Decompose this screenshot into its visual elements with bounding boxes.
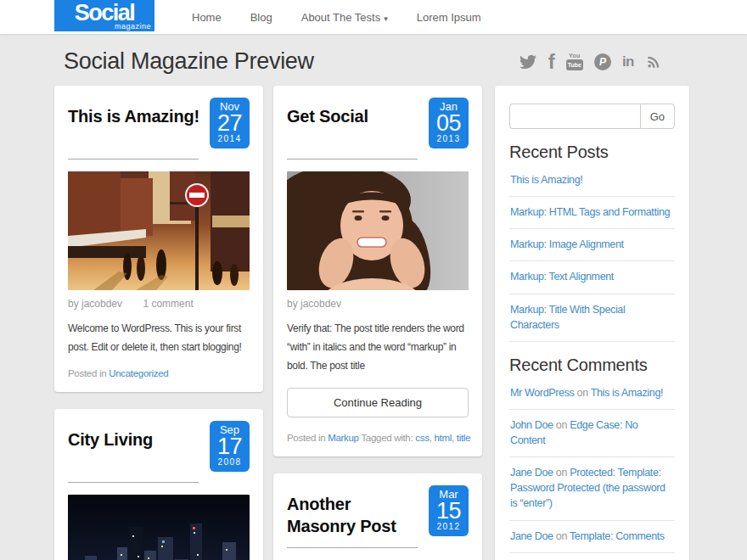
nav-menu: Home Blog About The Tests▾ Lorem Ipsum	[177, 11, 496, 24]
chevron-down-icon: ▾	[384, 14, 388, 23]
recent-comment: Jane Doe on Protected: Template: Passwor…	[509, 457, 675, 520]
title-divider	[68, 159, 199, 160]
comment-post-link[interactable]: Template: Comments	[570, 530, 665, 542]
post-byline: by jacobdev	[287, 298, 469, 310]
post-date-badge: Mar 15 2012	[429, 485, 469, 536]
search-input[interactable]	[509, 104, 640, 129]
linkedin-icon[interactable]: in	[622, 53, 634, 70]
recent-post-link[interactable]: Markup: Image Alignment	[509, 229, 675, 261]
post-date-badge: Jan 05 2013	[429, 98, 469, 148]
post-thumbnail-portrait[interactable]	[287, 171, 469, 290]
post-meta: Posted in Markup Tagged with: csshtmltit…	[287, 433, 469, 443]
recent-comments-list: Mr WordPress on This is Amazing! John Do…	[509, 378, 675, 560]
post-title[interactable]: This is Amazing!	[68, 105, 203, 127]
post-thumbnail-street[interactable]	[68, 171, 250, 290]
content-area: This is Amazing! Nov 27 2014	[0, 86, 747, 560]
post-thumbnail-city[interactable]	[68, 495, 250, 560]
recent-comment: John Doe on Edge Case: No Content	[509, 410, 675, 457]
tag-link[interactable]: html	[430, 433, 452, 443]
post-excerpt: Welcome to WordPress. This is your first…	[68, 319, 250, 356]
nav-item[interactable]: About The Tests▾	[287, 11, 402, 24]
recent-post-link[interactable]: Markup: Title With Special Characters	[509, 294, 675, 342]
rss-icon[interactable]	[645, 53, 662, 70]
post-author: by jacobdev	[287, 298, 341, 310]
pinterest-icon[interactable]: P	[594, 53, 611, 70]
post-card: This is Amazing! Nov 27 2014	[54, 86, 263, 392]
facebook-icon[interactable]: f	[548, 53, 555, 70]
category-link[interactable]: Uncategorized	[109, 368, 168, 378]
post-title[interactable]: Another Masonry Post	[287, 493, 422, 537]
sidebar: Go Recent Posts This is Amazing!Markup: …	[495, 86, 689, 560]
youtube-icon[interactable]: You Tube	[566, 53, 583, 70]
nav-item[interactable]: Home	[177, 11, 236, 24]
post-byline: by jacobdev 1 comment	[68, 298, 250, 310]
masonry-column-2: Get Social Jan 05 2013	[273, 86, 482, 560]
post-date-badge: Nov 27 2014	[210, 98, 250, 148]
post-date-badge: Sep 17 2008	[210, 421, 250, 472]
tag-link[interactable]: title	[452, 433, 470, 443]
site-logo[interactable]: Social magazine	[54, 0, 154, 31]
page-header: Social Magazine Preview f You Tube P in	[0, 34, 747, 86]
social-icons: f You Tube P in	[519, 53, 662, 70]
nav-item[interactable]: Lorem Ipsum	[402, 11, 496, 24]
post-author: by jacobdev	[68, 298, 122, 310]
masonry-column-1: This is Amazing! Nov 27 2014	[54, 86, 263, 560]
recent-comment: John Doe on Template: Comments	[509, 553, 675, 560]
recent-post-link[interactable]: Markup: HTML Tags and Formatting	[509, 197, 675, 229]
comment-post-link[interactable]: This is Amazing!	[591, 387, 663, 399]
category-link[interactable]: Markup	[328, 433, 359, 443]
twitter-icon[interactable]	[519, 53, 537, 70]
title-divider	[68, 482, 199, 483]
search-go-button[interactable]: Go	[640, 104, 675, 129]
title-divider	[287, 547, 418, 548]
recent-posts-heading: Recent Posts	[509, 143, 675, 162]
comment-author-link[interactable]: John Doe	[510, 419, 553, 431]
recent-comments-heading: Recent Comments	[509, 356, 675, 375]
recent-post-link[interactable]: Markup: Text Alignment	[509, 261, 675, 294]
post-title[interactable]: Get Social	[287, 105, 422, 127]
recent-comment: Jane Doe on Template: Comments	[509, 521, 675, 553]
recent-comment: Mr WordPress on This is Amazing!	[509, 378, 675, 410]
post-meta: Posted in Uncategorized	[68, 368, 250, 378]
page-title: Social Magazine Preview	[64, 48, 314, 75]
comment-author-link[interactable]: Mr WordPress	[510, 387, 574, 399]
comment-author-link[interactable]: Jane Doe	[510, 530, 553, 542]
recent-post-link[interactable]: This is Amazing!	[509, 165, 675, 197]
continue-reading-button[interactable]: Continue Reading	[287, 388, 469, 417]
search-form: Go	[509, 104, 675, 129]
recent-posts-list: This is Amazing!Markup: HTML Tags and Fo…	[509, 165, 675, 342]
nav-item[interactable]: Blog	[236, 11, 287, 24]
tag-list: csshtmltitle	[415, 433, 470, 443]
title-divider	[287, 159, 418, 160]
post-card: City Living Sep 17 2008	[54, 409, 263, 560]
comment-author-link[interactable]: Jane Doe	[510, 467, 553, 479]
comment-count[interactable]: 1 comment	[143, 298, 193, 310]
post-title[interactable]: City Living	[68, 428, 203, 451]
navbar: Social magazine Home Blog About The Test…	[0, 0, 747, 34]
post-card: Another Masonry Post Mar 15 2012	[273, 473, 482, 560]
site-logo-subtitle: magazine	[115, 22, 151, 31]
post-excerpt: Verify that: The post title renders the …	[287, 319, 469, 376]
tag-link[interactable]: css	[415, 433, 429, 443]
post-card: Get Social Jan 05 2013	[273, 86, 482, 456]
